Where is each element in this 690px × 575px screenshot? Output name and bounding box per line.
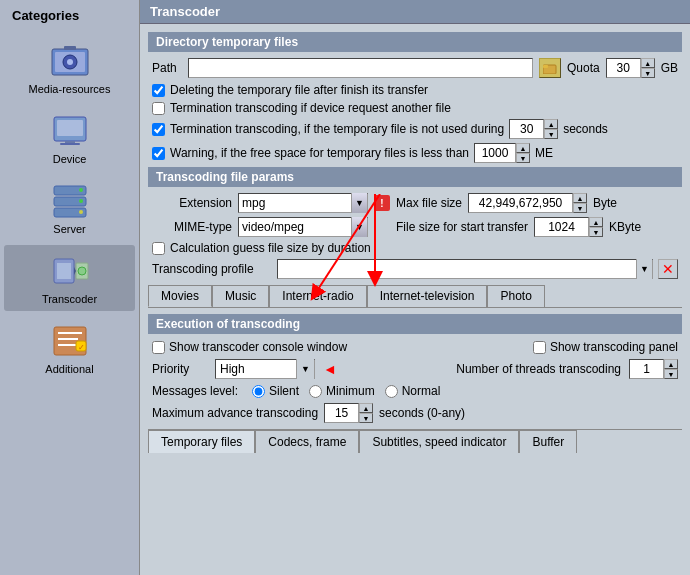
path-label: Path	[152, 61, 182, 75]
priority-row: Priority High ▼ ◄ Number of threads tran…	[148, 359, 682, 379]
threads-down[interactable]: ▼	[664, 369, 678, 379]
warning-input[interactable]	[474, 143, 516, 163]
check-panel[interactable]	[533, 341, 546, 354]
extension-dropdown-btn[interactable]: ▼	[351, 193, 367, 213]
folder-button[interactable]	[539, 58, 561, 78]
check-calc-label: Calculation guess file size by duration	[170, 241, 371, 255]
check-term2[interactable]	[152, 123, 165, 136]
quota-arrows: ▲ ▼	[641, 58, 655, 78]
advance-spinbox: ▲ ▼	[324, 403, 373, 423]
max-size-down[interactable]: ▼	[573, 203, 587, 213]
quota-up[interactable]: ▲	[641, 58, 655, 68]
check-row-warn: Warning, if the free space for temporary…	[148, 143, 682, 163]
bottom-tab-temp-files[interactable]: Temporary files	[148, 430, 255, 453]
file-size-up[interactable]: ▲	[589, 217, 603, 227]
profile-clear-button[interactable]: ✕	[658, 259, 678, 279]
max-size-up[interactable]: ▲	[573, 193, 587, 203]
max-size-row: Max file size ▲ ▼ Byte	[396, 193, 678, 213]
sidebar-item-label-device: Device	[53, 153, 87, 165]
mime-combo[interactable]: video/mpeg ▼	[238, 217, 368, 237]
quota-label: Quota	[567, 61, 600, 75]
radio-normal-input[interactable]	[385, 385, 398, 398]
sidebar-item-server[interactable]: Server	[4, 175, 135, 241]
max-size-label: Max file size	[396, 196, 462, 210]
seconds-up[interactable]: ▲	[544, 119, 558, 129]
profile-combo[interactable]: ▼	[277, 259, 653, 279]
svg-point-3	[67, 59, 73, 65]
panel-label: Show transcoding panel	[533, 340, 678, 354]
content-area: Directory temporary files Path Quota ▲ ▼…	[140, 24, 690, 575]
max-size-spinbox: ▲ ▼	[468, 193, 587, 213]
bottom-tab-buffer[interactable]: Buffer	[519, 430, 577, 453]
warning-up[interactable]: ▲	[516, 143, 530, 153]
seconds-unit: seconds	[563, 122, 608, 136]
tabs-row: Movies Music Internet-radio Internet-tel…	[148, 285, 682, 308]
file-size-down[interactable]: ▼	[589, 227, 603, 237]
file-size-spinbox: ▲ ▼	[534, 217, 603, 237]
check-term2-label: Termination transcoding, if the temporar…	[170, 122, 504, 136]
priority-combo[interactable]: High ▼	[215, 359, 315, 379]
extension-label: Extension	[152, 196, 232, 210]
check-delete[interactable]	[152, 84, 165, 97]
sidebar-item-label-additional: Additional	[45, 363, 93, 375]
advance-input[interactable]	[324, 403, 359, 423]
quota-down[interactable]: ▼	[641, 68, 655, 78]
check-term1[interactable]	[152, 102, 165, 115]
file-size-input[interactable]	[534, 217, 589, 237]
threads-spinbox: ▲ ▼	[629, 359, 678, 379]
extension-indicator: !	[374, 195, 390, 211]
check-warn-label: Warning, if the free space for temporary…	[170, 146, 469, 160]
svg-rect-8	[60, 143, 80, 145]
svg-point-13	[79, 199, 83, 203]
file-size-row: File size for start transfer ▲ ▼ KByte	[396, 217, 678, 237]
svg-rect-32	[543, 65, 548, 68]
messages-row: Messages level: Silent Minimum Normal	[148, 384, 682, 398]
mime-dropdown-btn[interactable]: ▼	[351, 217, 367, 237]
device-icon	[46, 111, 94, 151]
radio-silent-input[interactable]	[252, 385, 265, 398]
console-text: Show transcoder console window	[169, 340, 347, 354]
transcoder-icon	[46, 251, 94, 291]
radio-minimum-input[interactable]	[309, 385, 322, 398]
priority-dropdown-btn[interactable]: ▼	[296, 359, 314, 379]
transcoding-params-header: Transcoding file params	[148, 167, 682, 187]
bottom-tab-codecs[interactable]: Codecs, frame	[255, 430, 359, 453]
check-console[interactable]	[152, 341, 165, 354]
check-warn[interactable]	[152, 147, 165, 160]
sidebar-item-additional[interactable]: ✓ Additional	[4, 315, 135, 381]
tab-internet-radio[interactable]: Internet-radio	[269, 285, 366, 307]
threads-up[interactable]: ▲	[664, 359, 678, 369]
advance-up[interactable]: ▲	[359, 403, 373, 413]
sidebar-item-transcoder[interactable]: Transcoder	[4, 245, 135, 311]
seconds-input[interactable]	[509, 119, 544, 139]
radio-normal-text: Normal	[402, 384, 441, 398]
svg-point-19	[78, 267, 86, 275]
sidebar: Categories Media-resources Device	[0, 0, 140, 575]
threads-input[interactable]	[629, 359, 664, 379]
main-panel: Transcoder Directory temporary files	[140, 0, 690, 575]
extension-combo[interactable]: mpg ▼	[238, 193, 368, 213]
sidebar-item-media-resources[interactable]: Media-resources	[4, 35, 135, 101]
svg-text:✓: ✓	[77, 343, 84, 352]
advance-down[interactable]: ▼	[359, 413, 373, 423]
tab-photo[interactable]: Photo	[487, 285, 544, 307]
tab-music[interactable]: Music	[212, 285, 269, 307]
priority-label: Priority	[152, 362, 207, 376]
path-input[interactable]	[188, 58, 533, 78]
profile-dropdown-btn[interactable]: ▼	[636, 259, 652, 279]
max-size-input[interactable]	[468, 193, 573, 213]
server-icon	[46, 181, 94, 221]
sidebar-item-device[interactable]: Device	[4, 105, 135, 171]
quota-input[interactable]	[606, 58, 641, 78]
messages-label: Messages level:	[152, 384, 242, 398]
seconds-down[interactable]: ▼	[544, 129, 558, 139]
bottom-tab-subtitles[interactable]: Subtitles, speed indicator	[359, 430, 519, 453]
additional-icon: ✓	[46, 321, 94, 361]
file-size-label: File size for start transfer	[396, 220, 528, 234]
check-calc[interactable]	[152, 242, 165, 255]
check-term1-label: Termination transcoding if device reques…	[170, 101, 451, 115]
tab-internet-television[interactable]: Internet-television	[367, 285, 488, 307]
warning-down[interactable]: ▼	[516, 153, 530, 163]
sidebar-item-label-server: Server	[53, 223, 85, 235]
tab-movies[interactable]: Movies	[148, 285, 212, 307]
